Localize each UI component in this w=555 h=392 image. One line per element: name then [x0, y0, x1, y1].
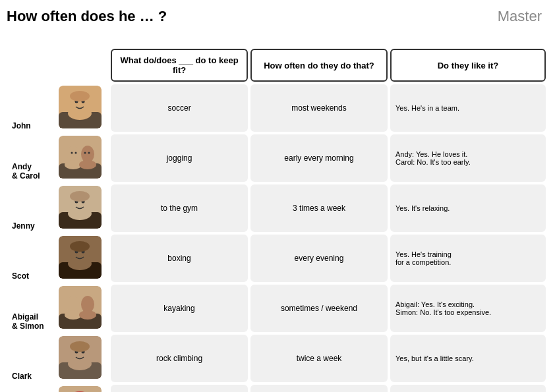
svg-point-14 [75, 152, 77, 154]
person-avatar [53, 335, 108, 382]
like-cell: Andy: Yes. He loves it. Carol: No. It's … [390, 134, 546, 182]
table-row: Clark rock climbingtwice a weekYes, but … [9, 335, 546, 382]
like-cell: Yes. He's training for a competition. [390, 235, 546, 282]
table-row: Susan wieightliftingevery Saturday morni… [9, 385, 546, 392]
master-label: Master [498, 8, 542, 25]
header-frequency: How often do they do that? [250, 49, 388, 82]
svg-rect-44 [59, 386, 102, 392]
svg-point-6 [70, 91, 90, 101]
header-like: Do they like it? [390, 49, 546, 82]
svg-point-23 [70, 191, 90, 202]
person-avatar [53, 84, 108, 132]
like-cell: No, but she doesn't like sports or joggi… [390, 385, 546, 392]
person-avatar [53, 235, 108, 282]
person-avatar [53, 285, 108, 332]
like-cell: Yes. He's in a team. [390, 84, 546, 132]
person-avatar [53, 134, 108, 182]
main-table-container: What do/does ___ do to keep fit? How oft… [7, 46, 548, 392]
table-row: Scot boxingevery eveningYes. He's traini… [9, 235, 546, 282]
activity-cell: wieightlifting [111, 385, 248, 392]
person-name: Susan [9, 385, 50, 392]
activity-cell: to the gym [111, 184, 248, 232]
page-title: How often does he … ? [7, 8, 167, 25]
svg-point-36 [79, 310, 96, 320]
frequency-cell: twice a week [250, 335, 388, 382]
svg-point-13 [71, 152, 73, 154]
activity-cell: rock climbing [111, 335, 248, 382]
frequency-cell: early every morning [250, 134, 388, 182]
frequency-cell: every evening [250, 235, 388, 282]
person-avatar [53, 385, 108, 392]
svg-point-30 [70, 241, 90, 252]
table-row: Abigail & Simon kayakingsometimes / week… [9, 285, 546, 332]
table-row: John soccermost weekendsYes. He's in a t… [9, 84, 546, 132]
person-name: Jenny [9, 184, 50, 232]
activity-table: What do/does ___ do to keep fit? How oft… [7, 46, 548, 392]
table-row: Jenny to the gym3 times a weekYes. It's … [9, 184, 546, 232]
person-name: Clark [9, 335, 50, 382]
svg-point-16 [88, 152, 90, 154]
frequency-cell: sometimes / weekend [250, 285, 388, 332]
frequency-cell: most weekends [250, 84, 388, 132]
like-cell: Abigail: Yes. It's exciting. Simon: No. … [390, 285, 546, 332]
person-name: Andy & Carol [9, 134, 50, 182]
person-name: Abigail & Simon [9, 285, 50, 332]
activity-cell: jogging [111, 134, 248, 182]
header-activity: What do/does ___ do to keep fit? [111, 49, 248, 82]
frequency-cell: every Saturday morning [250, 385, 388, 392]
table-row: Andy & Carol joggingearly every morningA… [9, 134, 546, 182]
like-cell: Yes. It's relaxing. [390, 184, 546, 232]
like-cell: Yes, but it's a little scary. [390, 335, 546, 382]
svg-point-12 [79, 160, 96, 169]
activity-cell: soccer [111, 84, 248, 132]
svg-point-15 [84, 152, 86, 154]
frequency-cell: 3 times a week [250, 184, 388, 232]
activity-cell: kayaking [111, 285, 248, 332]
person-avatar [53, 184, 108, 232]
person-name: John [9, 84, 50, 132]
activity-cell: boxing [111, 235, 248, 282]
svg-point-43 [70, 341, 90, 352]
person-name: Scot [9, 235, 50, 282]
